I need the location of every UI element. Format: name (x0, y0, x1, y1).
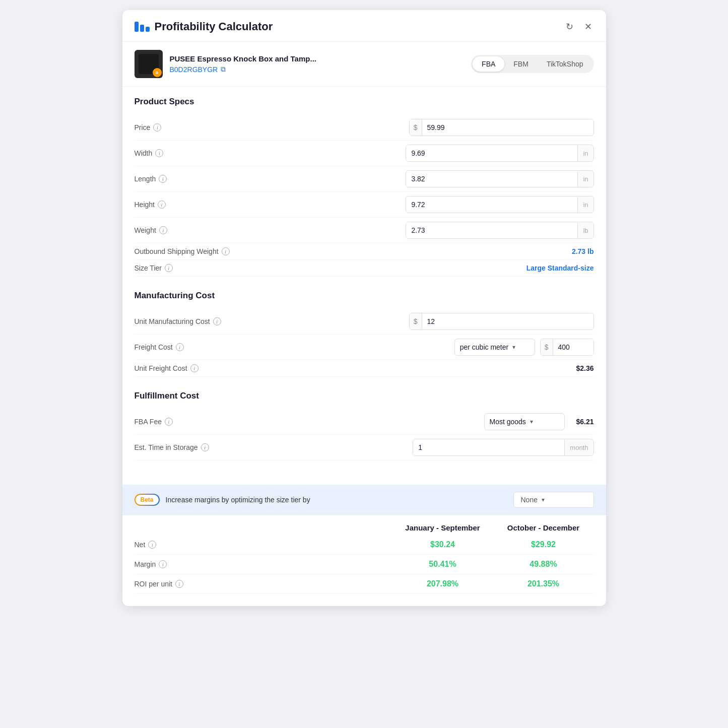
weight-label: Weight i (135, 226, 167, 234)
unit-manufacturing-cost-input[interactable] (422, 313, 593, 329)
unit-manufacturing-cost-row: Unit Manufacturing Cost i $ (135, 309, 594, 335)
results-header-row: January - September October - December (135, 523, 594, 532)
close-button[interactable]: ✕ (582, 19, 594, 34)
est-time-storage-suffix: month (564, 440, 593, 455)
freight-cost-amount-input[interactable] (553, 339, 593, 355)
price-label: Price i (135, 123, 162, 131)
freight-cost-chevron-icon: ▾ (512, 344, 515, 351)
tab-fba[interactable]: FBA (473, 56, 504, 72)
width-row: Width i in (135, 141, 594, 166)
length-suffix: in (577, 171, 593, 187)
result-row-roi: ROI per unit i 207.98% 201.35% (135, 574, 594, 594)
fba-fee-right: Most goods ▾ $6.21 (484, 413, 594, 430)
est-time-storage-row: Est. Time in Storage i month (135, 435, 594, 460)
outbound-shipping-label: Outbound Shipping Weight i (135, 247, 230, 255)
weight-input-box: lb (406, 222, 593, 239)
unit-freight-cost-label: Unit Freight Cost i (135, 364, 198, 372)
product-image: a (135, 50, 163, 78)
net-oct-dec-value: $29.92 (493, 540, 594, 549)
fulfillment-cost-title: Fulfillment Cost (135, 391, 594, 401)
product-id-row: B0D2RGBYGR ⧉ (170, 65, 316, 74)
product-info: a PUSEE Espresso Knock Box and Tamp... B… (135, 50, 316, 78)
weight-help-icon: i (159, 226, 167, 234)
copy-icon[interactable]: ⧉ (221, 65, 226, 74)
product-details: PUSEE Espresso Knock Box and Tamp... B0D… (170, 54, 316, 74)
price-help-icon: i (153, 123, 161, 131)
height-row: Height i in (135, 192, 594, 218)
fba-fee-label: FBA Fee i (135, 418, 173, 426)
result-row-margin: Margin i 50.41% 49.88% (135, 555, 594, 574)
price-row: Price i $ (135, 115, 594, 141)
size-tier-optimize-value: None (521, 496, 538, 504)
title-left: Profitability Calculator (135, 20, 273, 33)
logo-icon (135, 22, 150, 32)
beta-banner: Beta Increase margins by optimizing the … (122, 485, 606, 515)
results-section: January - September October - December N… (122, 515, 606, 606)
freight-cost-inputs: per cubic meter ▾ $ (454, 339, 594, 356)
margin-jan-sep-value: 50.41% (392, 560, 493, 569)
net-help-icon: i (148, 541, 156, 549)
length-input-box: in (406, 170, 593, 187)
price-input-box: $ (409, 119, 594, 136)
freight-cost-dropdown-value: per cubic meter (460, 343, 508, 351)
outbound-shipping-help-icon: i (222, 247, 230, 255)
size-tier-value: Large Standard-size (526, 264, 594, 272)
tab-fbm[interactable]: FBM (504, 56, 538, 72)
beta-badge: Beta (135, 494, 160, 506)
fba-fee-chevron-icon: ▾ (530, 418, 533, 425)
height-label: Height i (135, 201, 166, 209)
width-input[interactable] (406, 145, 577, 161)
period-label-oct-dec: October - December (493, 523, 594, 532)
unit-freight-cost-row: Unit Freight Cost i $2.36 (135, 360, 594, 377)
net-label: Net i (135, 541, 392, 549)
fba-fee-dropdown[interactable]: Most goods ▾ (484, 413, 565, 430)
width-suffix: in (577, 146, 593, 161)
est-time-storage-input[interactable] (413, 439, 564, 455)
manufacturing-cost-title: Manufacturing Cost (135, 291, 594, 301)
product-specs-section: Product Specs Price i $ Width i (135, 97, 594, 277)
beta-text: Increase margins by optimizing the size … (166, 496, 507, 504)
weight-input[interactable] (406, 222, 577, 238)
height-input-box: in (406, 196, 593, 213)
unit-freight-cost-help-icon: i (190, 364, 198, 372)
freight-cost-dropdown[interactable]: per cubic meter ▾ (454, 339, 535, 356)
height-help-icon: i (158, 201, 166, 209)
size-tier-optimize-chevron-icon: ▾ (542, 496, 545, 503)
weight-row: Weight i lb (135, 218, 594, 243)
content-area: Product Specs Price i $ Width i (122, 87, 606, 485)
unit-manufacturing-cost-help-icon: i (213, 317, 221, 325)
unit-manufacturing-cost-label: Unit Manufacturing Cost i (135, 317, 221, 325)
width-label: Width i (135, 149, 164, 157)
net-jan-sep-value: $30.24 (392, 540, 493, 549)
size-tier-optimize-dropdown[interactable]: None ▾ (513, 492, 594, 508)
est-time-storage-label: Est. Time in Storage i (135, 443, 209, 451)
manufacturing-cost-section: Manufacturing Cost Unit Manufacturing Co… (135, 291, 594, 377)
freight-cost-label: Freight Cost i (135, 343, 184, 351)
width-help-icon: i (155, 149, 163, 157)
height-input[interactable] (406, 196, 577, 213)
price-input[interactable] (422, 119, 593, 136)
width-input-box: in (406, 145, 593, 162)
fba-fee-help-icon: i (165, 418, 173, 426)
length-input[interactable] (406, 171, 577, 187)
outbound-shipping-row: Outbound Shipping Weight i 2.73 lb (135, 243, 594, 260)
freight-cost-row: Freight Cost i per cubic meter ▾ $ (135, 335, 594, 360)
margin-help-icon: i (159, 560, 167, 568)
length-help-icon: i (159, 175, 167, 183)
size-tier-row: Size Tier i Large Standard-size (135, 260, 594, 277)
freight-cost-amount-prefix: $ (541, 339, 553, 355)
height-suffix: in (577, 197, 593, 213)
unit-manufacturing-cost-input-box: $ (409, 313, 594, 330)
amazon-badge: a (153, 68, 162, 77)
product-header: a PUSEE Espresso Knock Box and Tamp... B… (122, 42, 606, 87)
freight-cost-amount-box: $ (540, 339, 594, 356)
est-time-storage-help-icon: i (201, 443, 209, 451)
weight-suffix: lb (577, 223, 593, 238)
est-time-storage-input-box: month (413, 439, 593, 456)
calculator-window: Profitability Calculator ↻ ✕ a PUSEE Esp… (122, 10, 606, 606)
tab-tiktokshop[interactable]: TikTokShop (538, 56, 592, 72)
freight-cost-help-icon: i (176, 343, 184, 351)
title-bar: Profitability Calculator ↻ ✕ (122, 10, 606, 42)
refresh-button[interactable]: ↻ (564, 19, 575, 34)
result-row-net: Net i $30.24 $29.92 (135, 535, 594, 555)
